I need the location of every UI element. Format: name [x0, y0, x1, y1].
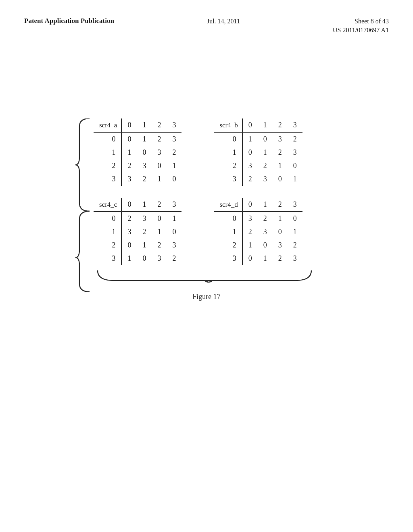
- cell: 3: [167, 239, 181, 252]
- row-header: 1: [94, 225, 121, 239]
- cell: 3: [273, 132, 288, 146]
- cell: 0: [167, 225, 181, 239]
- bottom-curly-brace-icon: [94, 268, 319, 285]
- cell: 2: [258, 212, 273, 225]
- cell: 3: [152, 146, 167, 159]
- cell: 1: [258, 252, 273, 265]
- cell: 2: [242, 172, 258, 186]
- row-header: 1: [94, 146, 121, 159]
- col-header: 2: [273, 118, 288, 132]
- table-scr4-c: scr4_c 0 1 2 3 0 2 3 0 1: [94, 198, 181, 265]
- table-scr4-b-name: scr4_b: [214, 118, 242, 132]
- table-row: 2 0 1 2 3: [94, 239, 181, 252]
- publication-title: Patent Application Publication: [24, 16, 114, 26]
- page: Patent Application Publication Jul. 14, …: [0, 0, 413, 532]
- row-header: 3: [214, 252, 242, 265]
- cell: 1: [137, 132, 152, 146]
- sheet-info: Sheet 8 of 43: [355, 16, 389, 25]
- row-header: 3: [94, 252, 121, 265]
- table-row: 0 3 2 1 0: [214, 212, 302, 225]
- cell: 1: [258, 146, 273, 159]
- table-row: 1 3 2 1 0: [94, 225, 181, 239]
- cell: 0: [152, 159, 167, 172]
- table-row: 3 3 2 1 0: [94, 172, 181, 186]
- table-scr4-d-header: scr4_d 0 1 2 3: [214, 198, 302, 212]
- cell: 3: [273, 239, 288, 252]
- row-header: 0: [214, 212, 242, 225]
- table-scr4-a: scr4_a 0 1 2 3 0 0 1 2 3: [94, 118, 181, 186]
- cell: 0: [121, 132, 137, 146]
- cell: 2: [273, 146, 288, 159]
- table-row: 3 1 0 3 2: [94, 252, 181, 265]
- cell: 3: [137, 212, 152, 225]
- cell: 1: [152, 225, 167, 239]
- row-header: 2: [94, 159, 121, 172]
- row-header: 0: [94, 132, 121, 146]
- top-table-row: scr4_a 0 1 2 3 0 0 1 2 3: [94, 118, 319, 186]
- col-header: 1: [258, 198, 273, 212]
- cell: 0: [273, 225, 288, 239]
- col-header: 2: [273, 198, 288, 212]
- cell: 3: [152, 252, 167, 265]
- cell: 0: [121, 239, 137, 252]
- cell: 1: [242, 132, 258, 146]
- cell: 3: [242, 159, 258, 172]
- table-row: 1 2 3 0 1: [214, 225, 302, 239]
- cell: 1: [288, 172, 302, 186]
- cell: 3: [121, 172, 137, 186]
- cell: 3: [242, 212, 258, 225]
- row-header: 0: [214, 132, 242, 146]
- row-header: 0: [94, 212, 121, 225]
- col-header: 3: [167, 118, 181, 132]
- table-scr4-d: scr4_d 0 1 2 3 0 3 2 1 0: [214, 198, 302, 265]
- table-scr4-d-name: scr4_d: [214, 198, 242, 212]
- cell: 0: [242, 146, 258, 159]
- cell: 2: [288, 132, 302, 146]
- left-curly-brace-icon: [75, 118, 94, 292]
- cell: 3: [258, 172, 273, 186]
- cell: 3: [288, 252, 302, 265]
- publication-date: Jul. 14, 2011: [207, 16, 240, 25]
- col-header: 0: [242, 118, 258, 132]
- doc-number: US 2011/0170697 A1: [333, 25, 389, 34]
- table-row: 3 0 1 2 3: [214, 252, 302, 265]
- table-row: 2 1 0 3 2: [214, 239, 302, 252]
- bottom-table-row: scr4_c 0 1 2 3 0 2 3 0 1: [94, 198, 319, 265]
- cell: 1: [288, 225, 302, 239]
- cell: 2: [258, 159, 273, 172]
- cell: 2: [167, 146, 181, 159]
- cell: 3: [258, 225, 273, 239]
- cell: 1: [167, 212, 181, 225]
- row-header: 3: [214, 172, 242, 186]
- cell: 2: [288, 239, 302, 252]
- col-header: 3: [288, 198, 302, 212]
- row-header: 2: [94, 239, 121, 252]
- table-scr4-c-name: scr4_c: [94, 198, 121, 212]
- cell: 2: [273, 252, 288, 265]
- table-scr4-a-header: scr4_a 0 1 2 3: [94, 118, 181, 132]
- table-scr4-c-header: scr4_c 0 1 2 3: [94, 198, 181, 212]
- cell: 2: [121, 212, 137, 225]
- table-row: 1 0 1 2 3: [214, 146, 302, 159]
- cell: 1: [242, 239, 258, 252]
- table-scr4-b: scr4_b 0 1 2 3 0 1 0 3 2: [214, 118, 302, 186]
- table-scr4-a-name: scr4_a: [94, 118, 121, 132]
- page-header: Patent Application Publication Jul. 14, …: [24, 16, 389, 38]
- table-row: 0 0 1 2 3: [94, 132, 181, 146]
- row-header: 2: [214, 239, 242, 252]
- cell: 2: [152, 239, 167, 252]
- cell: 1: [137, 239, 152, 252]
- col-header: 1: [137, 198, 152, 212]
- row-header: 3: [94, 172, 121, 186]
- table-scr4-b-header: scr4_b 0 1 2 3: [214, 118, 302, 132]
- cell: 2: [242, 225, 258, 239]
- col-header: 0: [242, 198, 258, 212]
- table-row: 0 2 3 0 1: [94, 212, 181, 225]
- cell: 2: [121, 159, 137, 172]
- table-row: 0 1 0 3 2: [214, 132, 302, 146]
- col-header: 0: [121, 198, 137, 212]
- cell: 3: [121, 225, 137, 239]
- cell: 0: [288, 159, 302, 172]
- cell: 0: [152, 212, 167, 225]
- table-row: 2 2 3 0 1: [94, 159, 181, 172]
